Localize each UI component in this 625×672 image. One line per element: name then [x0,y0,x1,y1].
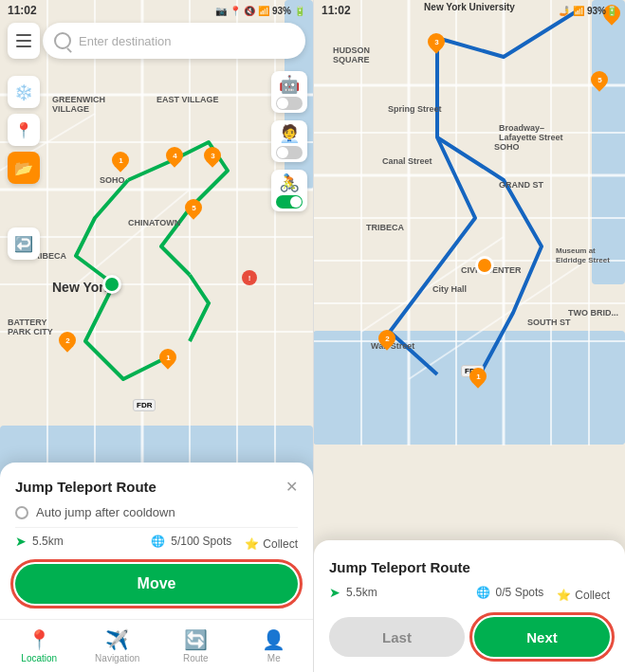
bottom-sheet-right: Jump Teleport Route ➤ 5.5km 🌐 0/5 Spots … [314,540,625,672]
rlabel-tribeca-r: TRIBECA [366,223,404,232]
spots-row: 🌐 5/100 Spots [151,535,231,548]
star-icon-right: ⭐ [557,589,571,602]
close-btn-left[interactable]: ✕ [285,478,298,496]
collect-row: ⭐ Collect [245,537,298,551]
sheet-title-right: Jump Teleport Route [329,559,470,575]
search-placeholder: Enter destination [79,34,172,48]
spots-row-right: 🌐 0/5 Spots [476,586,544,599]
map-label-village: VILLAGE [52,104,89,114]
nav-navigation[interactable]: ✈️ Navigation [79,628,157,663]
toggle-panel-3[interactable]: 🚴 [271,170,307,211]
spots-value-right: 0/5 Spots [496,586,544,599]
export-tool[interactable]: ↩️ [8,227,40,260]
distance-value: 5.5km [32,535,64,548]
time-left: 11:02 [8,4,37,17]
folder-tool[interactable]: 📂 [8,152,40,184]
arrow-icon: ➤ [15,534,27,549]
auto-jump-row: Auto jump after cooldown [15,505,298,519]
hamburger-line-3 [16,45,31,47]
search-icon [54,32,71,49]
status-bar-left: 11:02 📷 📍 🔇 📶 93% 🔋 [0,0,313,21]
rlabel-eldridge: Eldridge Street [556,256,610,264]
fdr-label: FDR [133,399,156,411]
rmarker-5: 5 [591,71,608,88]
rlabel-lafayette: Lafayette Street [499,133,563,142]
nav-route-label: Route [183,653,209,663]
hamburger-line-2 [16,40,31,42]
rlabel-spring: Spring Street [388,104,442,114]
star-icon: ⭐ [245,537,259,551]
rlabel-grand: GRAND ST [499,180,543,190]
info-rows: ➤ 5.5km 🌐 5/100 Spots ⭐ Collect [15,534,298,554]
nav-me-label: Me [267,653,281,663]
red-marker: ! [242,270,257,285]
map-label-greenwich: GREENWICH [52,95,105,104]
sheet-header-right: Jump Teleport Route [329,559,610,575]
marker-3: 3 [204,147,221,164]
map-roads-svg-left [0,0,313,482]
nav-location-label: Location [21,653,57,663]
hamburger-menu[interactable] [8,23,40,59]
bottom-sheet-left: Jump Teleport Route ✕ Auto jump after co… [0,463,313,619]
svg-line-13 [76,190,190,284]
toggle-panel-2[interactable]: 🧑‍💼 [271,120,307,162]
collect-label: Collect [263,537,298,551]
marker-1: 1 [112,152,129,169]
collect-row-right: ⭐ Collect [557,589,610,602]
auto-jump-radio[interactable] [15,506,28,519]
rmarker-2: 2 [378,330,395,347]
move-button[interactable]: Move [15,564,298,604]
rmarker-1: 1 [469,368,487,385]
distance-value-right: 5.5km [346,586,377,599]
time-right: 11:02 [322,4,351,17]
nav-route[interactable]: 🔄 Route [156,628,235,663]
water-right [592,0,625,284]
nav-location[interactable]: 📍 Location [0,628,79,663]
distance-row: ➤ 5.5km [15,534,64,549]
location-label-right: New York University [424,2,515,12]
hamburger-line-1 [16,34,31,36]
rlabel-canal: Canal Street [382,156,432,166]
orange-dot-right [475,256,494,275]
rlabel-hudson: HUDSON [333,45,370,55]
marker-5: 5 [185,199,202,216]
map-label-east-village: EAST VILLAGE [156,95,219,104]
marker-4: 4 [166,147,183,164]
sheet-title-left: Jump Teleport Route [15,479,156,495]
rlabel-square: SQUARE [333,55,370,64]
rlabel-south: SOUTH ST [527,318,571,327]
marker-1b: 1 [159,349,176,366]
collect-label-right: Collect [575,589,610,602]
left-tools: ❄️ 📍 📂 ↩️ [8,76,40,260]
auto-jump-label: Auto jump after cooldown [36,505,175,519]
me-nav-icon: 👤 [262,628,285,651]
navigation-nav-icon: ✈️ [105,628,129,651]
green-dot-marker [102,275,121,294]
spots-value: 5/100 Spots [171,535,231,548]
sheet-header-left: Jump Teleport Route ✕ [15,478,298,496]
rlabel-cityhall: City Hall [432,284,467,294]
rlabel-museum: Museum at [556,246,596,255]
rlabel-soho-r: SOHO [494,142,520,152]
map-left[interactable]: GREENWICH VILLAGE EAST VILLAGE SOHO CHIN… [0,0,313,482]
rlabel-broadway: Broadway– [499,123,544,133]
map-label-soho: SOHO [100,175,125,185]
map-label-battery: BATTERY [8,318,47,327]
nav-navigation-label: Navigation [95,653,139,663]
distance-row-right: ➤ 5.5km [329,585,377,600]
spots-icon: 🌐 [151,535,165,548]
marker-2: 2 [59,332,76,349]
snowflake-tool[interactable]: ❄️ [8,76,40,108]
next-button[interactable]: Next [474,617,610,657]
water-bay [314,331,625,445]
last-next-row: Last Next [329,617,610,657]
search-bar[interactable]: Enter destination [43,23,305,59]
toggle-panel-1[interactable]: 🤖 [271,71,307,113]
right-panel: 11:02 🤳 📶 93%🔋 New York University [313,0,625,672]
bottom-nav-left: 📍 Location ✈️ Navigation 🔄 Route 👤 Me [0,619,313,672]
nav-me[interactable]: 👤 Me [235,628,314,663]
last-button[interactable]: Last [329,617,465,657]
map-label-chinatown: CHINATOWN [128,218,180,227]
right-tools-panel: 🤖 🧑‍💼 🚴 [271,71,307,211]
pin-tool[interactable]: 📍 [8,114,40,146]
